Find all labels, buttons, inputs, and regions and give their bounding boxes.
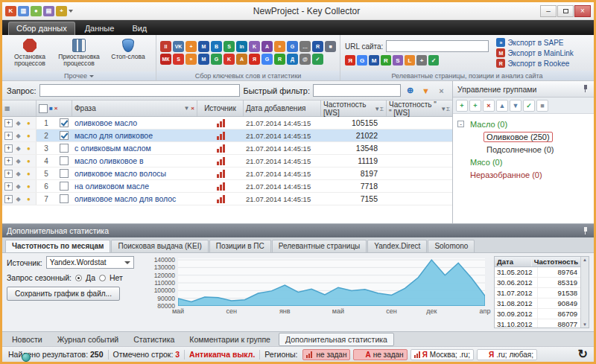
service-icon[interactable]: G (287, 41, 298, 52)
tree-node[interactable]: Неразобранное (0) (454, 168, 592, 181)
service-icon[interactable]: Д (287, 54, 298, 65)
filter-funnel-icon[interactable]: ▼ (419, 84, 432, 97)
qat-icon[interactable]: ● (31, 6, 42, 16)
groups-toolbar-icon[interactable]: ▼ (510, 100, 522, 112)
region-badge[interactable]: Я .ru; любая; (477, 349, 537, 360)
stats-tab[interactable]: Позиции в ПС (209, 240, 271, 252)
table-row[interactable]: + ◆ ● 4 масло оливковое в 21.07.2014 14:… (2, 155, 452, 167)
service-icon[interactable]: A (261, 41, 273, 52)
stats-tab[interactable]: Поисковая выдача (KEI) (111, 240, 208, 252)
row-lamp-icon[interactable]: ● (24, 156, 34, 166)
export-link[interactable]: M Экспорт в MainLink (496, 48, 573, 57)
table-row[interactable]: + ◆ ● 7 оливковое масло для волос 21.07.… (2, 193, 452, 205)
service-icon[interactable]: R (312, 41, 323, 52)
filter-funnel-icon[interactable]: ▼ (374, 106, 380, 112)
row-checkbox[interactable] (60, 156, 69, 165)
table-row[interactable]: + ◆ ● 3 с оливковым маслом 21.07.2014 14… (2, 142, 452, 155)
phrase-cell[interactable]: с оливковым маслом (72, 142, 197, 154)
stats-tab[interactable]: Релевантные страницы (272, 240, 367, 252)
service-icon[interactable]: Я (249, 54, 260, 65)
ribbon-tab[interactable]: Сбор данных (8, 22, 75, 35)
service-icon[interactable]: M (198, 41, 209, 52)
row-bin-icon[interactable]: ◆ (13, 194, 23, 204)
stats-tab[interactable]: Yandex.Direct (367, 240, 427, 252)
query-input[interactable] (39, 84, 241, 97)
save-chart-button[interactable]: Сохранить график в файл... (7, 287, 120, 301)
ribbon-tab[interactable]: Вид (124, 22, 155, 35)
service-icon[interactable]: K (224, 54, 235, 65)
stats-tab[interactable]: Solomono (428, 240, 475, 252)
clear-filter-icon[interactable]: × (435, 84, 448, 97)
seasonal-yes-radio[interactable] (75, 275, 82, 281)
bottom-tab[interactable]: Журнал событий (51, 333, 126, 346)
col-header-ws[interactable]: Частотность [WS] ▼Σ (321, 100, 387, 116)
row-lamp-icon[interactable]: ● (24, 131, 34, 141)
phrase-cell[interactable]: масло для оливковое (72, 130, 197, 141)
sum-icon[interactable]: Σ (380, 106, 384, 112)
service-icon[interactable]: G (261, 54, 273, 65)
quick-filter-input[interactable] (313, 84, 401, 97)
bottom-tab[interactable]: Дополнительная статистика (279, 333, 394, 346)
service-icon[interactable]: ✓ (312, 54, 323, 65)
groups-toolbar-icon[interactable]: ✓ (523, 100, 535, 112)
row-checkbox[interactable] (60, 131, 69, 140)
mark-icon[interactable]: ■ (49, 105, 53, 112)
tree-node[interactable]: - Масло (0) (454, 118, 592, 130)
service-icon[interactable]: K (249, 41, 260, 52)
phrase-cell[interactable]: масло оливковое в (72, 155, 197, 167)
service-icon[interactable]: M (369, 55, 379, 66)
scrollbar[interactable]: ▲▼ (580, 257, 589, 328)
qat-icon[interactable]: K (5, 6, 16, 16)
qat-icon[interactable]: ▤ (43, 6, 54, 16)
row-checkbox[interactable] (60, 194, 69, 203)
row-expand-icon[interactable]: + (4, 119, 13, 127)
row-lamp-icon[interactable]: ● (24, 169, 34, 179)
ribbon-big-button[interactable]: Стоп-слова (104, 36, 152, 70)
region-badge[interactable]: А не задан (353, 349, 407, 360)
phrase-cell[interactable]: оливковое масло волосы (72, 167, 197, 179)
row-checkbox[interactable] (60, 144, 69, 153)
col-header-phrase[interactable]: Фраза ▼ × (72, 100, 197, 116)
table-row[interactable]: + ◆ ● 1 оливковое масло 21.07.2014 14:45… (2, 117, 452, 130)
row-checkbox[interactable] (60, 169, 69, 178)
service-icon[interactable]: in (236, 41, 247, 52)
phrase-cell[interactable]: на оливковом масле (72, 180, 197, 192)
service-icon[interactable]: ■ (325, 41, 336, 52)
service-icon[interactable]: » (186, 54, 197, 65)
table-row[interactable]: + ◆ ● 5 оливковое масло волосы 21.07.201… (2, 167, 452, 180)
region-badge[interactable]: Я Москва; .ru; (410, 349, 474, 360)
filter-funnel-icon[interactable]: ▼ (440, 106, 446, 112)
service-icon[interactable]: + (186, 41, 197, 52)
qat-icon[interactable]: + (56, 6, 67, 16)
col-header-date[interactable]: Дата добавления (244, 100, 321, 116)
ribbon-group-caption[interactable]: Прочее (2, 71, 156, 80)
row-lamp-icon[interactable]: ● (24, 194, 34, 204)
row-expand-icon[interactable]: + (4, 195, 13, 203)
service-icon[interactable]: R (381, 55, 391, 66)
groups-toolbar-icon[interactable]: × (483, 100, 495, 112)
col-header-check[interactable]: ■ × (37, 100, 72, 116)
service-icon[interactable]: @ (299, 54, 311, 65)
row-expand-icon[interactable]: + (4, 144, 13, 153)
export-link[interactable]: » Экспорт в SAPE (496, 38, 573, 47)
row-bin-icon[interactable]: ◆ (13, 182, 23, 191)
table-row[interactable]: + ◆ ● 2 масло для оливковое 21.07.2014 1… (2, 130, 452, 142)
freq-col-value[interactable]: Частотность (532, 257, 580, 266)
row-lamp-icon[interactable]: ● (24, 144, 34, 153)
service-icon[interactable]: G (357, 55, 367, 66)
select-all-checkbox[interactable] (39, 104, 48, 113)
service-icon[interactable]: … (299, 41, 311, 52)
col-header-tools[interactable]: ▦ (2, 100, 37, 116)
close-button[interactable]: × (574, 5, 591, 17)
row-bin-icon[interactable]: ◆ (13, 118, 23, 128)
service-icon[interactable]: Я (345, 55, 355, 66)
service-icon[interactable]: VK (173, 41, 184, 52)
service-icon[interactable]: B (211, 41, 222, 52)
row-expand-icon[interactable]: + (4, 170, 13, 178)
ribbon-big-button[interactable]: Остановка процессов (6, 36, 54, 70)
row-expand-icon[interactable]: + (4, 182, 13, 191)
row-bin-icon[interactable]: ◆ (13, 156, 23, 166)
search-add-icon[interactable]: ⊕ (404, 84, 416, 97)
table-row[interactable]: + ◆ ● 6 на оливковом масле 21.07.2014 14… (2, 180, 452, 193)
tree-expander-icon[interactable]: - (457, 121, 464, 127)
